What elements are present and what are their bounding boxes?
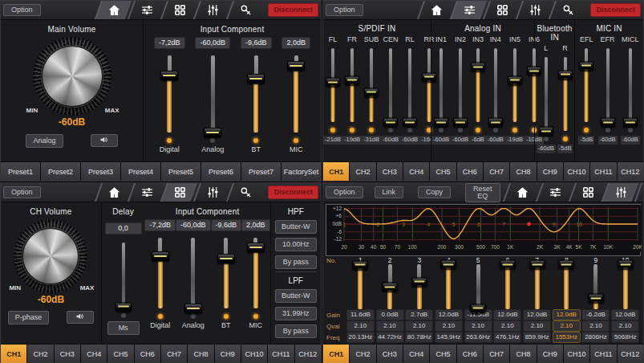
fader-track[interactable] [191,238,195,308]
fader-handle[interactable] [353,260,368,269]
fader-handle[interactable] [247,243,265,252]
disconnect-button[interactable]: Disconnect [590,3,641,17]
fader-track[interactable] [350,48,354,122]
band-6-freq-value[interactable]: 476.1Hz [493,332,521,343]
channel-tab-ch4[interactable]: CH4 [81,345,107,363]
fader-handle[interactable] [115,302,132,311]
channel-tab-ch10[interactable]: CH10 [564,162,589,181]
fader-track[interactable] [358,264,363,309]
channel-tab-ch1[interactable]: CH1 [1,345,26,363]
hpf-bypass-button[interactable]: By pass [275,255,317,269]
band-10-gain-value[interactable]: 12.0dB [611,309,639,320]
fader-handle[interactable] [579,61,593,70]
nav-tab-eq[interactable] [516,1,553,19]
band-4-qval-value[interactable]: 2.10 [435,320,463,332]
channel-tab-ch10[interactable]: CH10 [241,345,267,363]
fader-handle[interactable] [471,63,485,71]
channel-tab-ch6[interactable]: CH6 [457,162,483,181]
nav-tab-mixer[interactable] [128,1,164,19]
band-3-gain-value[interactable]: 2.7dB [405,309,433,320]
fader-track[interactable] [158,238,162,308]
channel-tab-ch4[interactable]: CH4 [403,345,429,363]
lpf-type-button[interactable]: Butter-W [275,289,317,303]
fader-track[interactable] [545,57,548,131]
channel-tab-ch8[interactable]: CH8 [188,345,213,363]
channel-tab-ch4[interactable]: CH4 [403,162,429,181]
channel-tab-ch10[interactable]: CH10 [564,345,589,363]
fader-track[interactable] [168,55,172,133]
fader-handle[interactable] [471,304,486,312]
fader-track[interactable] [494,48,497,122]
fader-handle[interactable] [152,251,169,261]
option-button[interactable]: Option [326,186,363,198]
fader-handle[interactable] [559,260,574,269]
link-button[interactable]: Link [375,186,404,198]
fader-handle[interactable] [558,70,573,79]
copy-button[interactable]: Copy [418,186,451,198]
channel-tab-ch1[interactable]: CH1 [323,162,349,181]
lpf-freq-button[interactable]: 31.99Hz [275,307,317,320]
nav-tab-eq[interactable] [193,1,230,19]
fader-track[interactable] [606,48,610,122]
channel-tab-ch2[interactable]: CH2 [27,345,53,363]
fader-track[interactable] [564,57,567,131]
channel-tab-ch3[interactable]: CH3 [55,345,80,363]
band-3-qval-value[interactable]: 2.10 [405,320,433,332]
band-7-gain-value[interactable]: 12.0dB [523,309,551,320]
fader-handle[interactable] [453,118,468,127]
analog-source-button[interactable]: Analog [26,134,63,148]
preset-button-preset2[interactable]: Preset2 [41,162,80,181]
fader-track[interactable] [505,264,509,309]
fader-handle[interactable] [160,71,178,80]
nav-tab-mixer[interactable] [535,183,572,202]
band-9-gain-value[interactable]: -6.2dB [581,309,610,320]
band-2-freq-value[interactable]: 44.72Hz [376,332,404,343]
channel-tab-ch11[interactable]: CH11 [268,345,294,363]
channel-tab-ch7[interactable]: CH7 [484,345,509,363]
fader-handle[interactable] [345,75,359,84]
preset-button-preset3[interactable]: Preset3 [81,162,120,181]
band-1-gain-value[interactable]: 11.6dB [346,309,375,320]
fader-handle[interactable] [508,75,522,84]
fader-track[interactable] [254,55,258,133]
nav-tab-grid[interactable] [160,1,197,19]
fader-track[interactable] [427,48,431,122]
fader-track[interactable] [417,264,421,309]
fader-track[interactable] [476,48,480,122]
nav-tab-home[interactable] [502,183,539,202]
fader-track[interactable] [585,48,588,122]
eq-response-graph[interactable]: 1234567910+12+60dB-6-1220304050701002003… [326,204,641,256]
band-9-qval-value[interactable]: 2.10 [581,320,610,332]
fader-track[interactable] [459,48,462,122]
channel-tab-ch5[interactable]: CH5 [430,345,456,363]
channel-tab-ch1[interactable]: CH1 [323,345,349,363]
channel-tab-ch9[interactable]: CH9 [537,345,563,363]
nav-tab-grid[interactable] [160,183,197,202]
fader-track[interactable] [629,48,632,122]
nav-tab-mixer[interactable] [128,183,164,202]
channel-tab-ch12[interactable]: CH12 [295,345,321,363]
channel-tab-ch12[interactable]: CH12 [618,345,643,363]
delay-unit-button[interactable]: Ms [107,321,140,335]
fader-handle[interactable] [601,118,615,127]
band-8-gain-value[interactable]: 12.0dB [553,309,581,320]
phase-button[interactable]: P-phase [8,311,50,324]
preset-button-preset1[interactable]: Preset1 [1,162,40,181]
fader-track[interactable] [593,264,597,309]
fader-track[interactable] [122,243,125,307]
fader-handle[interactable] [488,118,503,127]
option-button[interactable]: Option [3,4,41,16]
mute-button[interactable] [91,134,118,147]
preset-button-preset7[interactable]: Preset7 [241,162,281,181]
band-3-freq-value[interactable]: 80.78Hz [405,332,433,343]
channel-tab-ch11[interactable]: CH11 [590,162,616,181]
channel-tab-ch12[interactable]: CH12 [618,162,643,181]
fader-handle[interactable] [204,128,221,137]
channel-tab-ch7[interactable]: CH7 [161,345,187,363]
fader-handle[interactable] [539,127,553,136]
band-7-freq-value[interactable]: 859.9Hz [523,332,551,343]
preset-button-factoryset[interactable]: FactorySet [281,162,321,181]
fader-handle[interactable] [588,294,603,303]
nav-tab-home[interactable] [95,183,132,202]
fader-handle[interactable] [364,88,379,96]
